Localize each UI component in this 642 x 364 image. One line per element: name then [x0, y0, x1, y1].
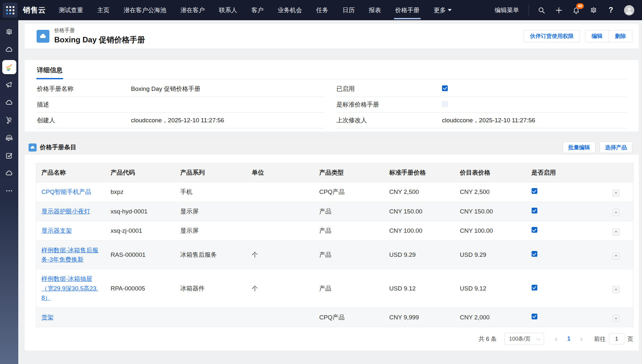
cell-unit	[247, 202, 314, 221]
cell-actions	[597, 221, 633, 241]
delete-button[interactable]: 删除	[609, 30, 632, 42]
checkbox-checked[interactable]	[442, 85, 448, 91]
product-link[interactable]: 显示器护眼小夜灯	[41, 208, 90, 215]
cell-actions	[597, 240, 633, 269]
sidebar-item[interactable]	[2, 42, 16, 56]
sidebar-item[interactable]	[2, 95, 16, 109]
edit-button[interactable]: 编辑	[585, 30, 609, 42]
nav-item[interactable]: 业务机会	[278, 0, 302, 20]
sidebar-item[interactable]	[2, 166, 16, 180]
row-actions-dropdown[interactable]	[612, 253, 620, 260]
nav-item[interactable]: 潜在客户公海池	[124, 0, 166, 20]
sales-cloud-icon	[5, 63, 13, 71]
check-square-icon	[5, 152, 13, 160]
nav-item[interactable]: 更多	[434, 0, 452, 20]
sidebar-item[interactable]	[2, 25, 16, 39]
enabled-checkbox[interactable]	[532, 285, 537, 290]
enabled-checkbox[interactable]	[532, 251, 537, 257]
cell-standard-price: CNY 100.00	[384, 221, 455, 241]
sidebar-item[interactable]	[2, 148, 16, 162]
main-content: 价格手册 Boxing Day 促销价格手册 伙伴订货使用权限 编辑 删除 详细…	[18, 20, 642, 364]
app-launcher-button[interactable]	[3, 3, 18, 18]
field-checkbox-value	[442, 101, 448, 108]
nav-item[interactable]: 主页	[97, 0, 109, 20]
cell-product-name: CPQ智能手机产品	[36, 182, 106, 202]
row-actions-dropdown[interactable]	[612, 209, 620, 216]
checkbox-unchecked[interactable]	[442, 101, 448, 107]
plus-icon[interactable]	[555, 6, 563, 14]
enabled-checkbox[interactable]	[532, 208, 537, 213]
table-row: 显示器护眼小夜灯xsq-hyd-0001显示屏产品CNY 150.00CNY 1…	[36, 202, 633, 221]
caret-down-icon	[615, 231, 617, 233]
enabled-checkbox[interactable]	[532, 188, 537, 194]
field-row: 价格手册名称Boxing Day 促销价格手册	[37, 81, 324, 97]
column-header: 是否启用	[526, 163, 597, 182]
help-icon[interactable]: ?	[607, 6, 615, 14]
cloud-icon	[5, 169, 13, 177]
sidebar-item[interactable]	[2, 113, 16, 127]
nav-item[interactable]: 测试查重	[59, 0, 83, 20]
prev-page-button[interactable]: ‹	[554, 335, 559, 343]
cell-product-name: 样例数据-冰箱售后服务-3年免费换新	[36, 240, 106, 269]
partner-permission-button[interactable]: 伙伴订货使用权限	[524, 30, 580, 42]
nav-item[interactable]: 联系人	[219, 0, 237, 20]
row-actions-dropdown[interactable]	[612, 190, 620, 197]
nav-item[interactable]: 日历	[343, 0, 355, 20]
ellipsis-icon	[5, 187, 13, 195]
field-value: Boxing Day 促销价格手册	[131, 85, 200, 93]
brand: 销售云	[23, 5, 46, 15]
related-list-title: 价格手册条目	[40, 143, 76, 152]
page-size-select[interactable]: 100条/页	[504, 333, 544, 345]
cell-product-code: xsq-hyd-0001	[106, 202, 175, 221]
field-row: 创建人cloudccone，2025-12-10 11:27:56	[37, 113, 324, 128]
enabled-checkbox[interactable]	[532, 314, 537, 319]
product-link[interactable]: 货架	[41, 314, 54, 321]
nav-item[interactable]: 报表	[369, 0, 381, 20]
edit-menu-button[interactable]: 编辑菜单	[495, 6, 519, 14]
row-actions-dropdown[interactable]	[612, 315, 620, 322]
caret-down-icon	[448, 9, 452, 11]
tab-details[interactable]: 详细信息	[37, 66, 63, 74]
product-link[interactable]: CPQ智能手机产品	[41, 188, 91, 195]
goto-page-input[interactable]	[609, 333, 624, 344]
nav-item[interactable]: 潜在客户	[180, 0, 205, 20]
megaphone-icon	[5, 81, 13, 89]
sidebar-item[interactable]	[2, 184, 16, 198]
product-link[interactable]: 样例数据-冰箱售后服务-3年免费换新	[41, 247, 98, 263]
product-link[interactable]: 显示器支架	[41, 227, 72, 234]
cell-standard-price: USD 9.12	[384, 269, 455, 308]
row-actions-dropdown[interactable]	[612, 229, 620, 236]
row-actions-dropdown[interactable]	[612, 286, 620, 293]
gear-icon[interactable]	[589, 6, 598, 14]
table-row: 货架CPQ产品CNY 9,999CNY 2,000	[36, 308, 633, 327]
bulk-edit-button[interactable]: 批量编辑	[563, 142, 595, 153]
nav-item[interactable]: 任务	[316, 0, 328, 20]
nav-item[interactable]: 客户	[251, 0, 264, 20]
cell-standard-price: CNY 2,500	[384, 182, 455, 202]
field-label: 上次修改人	[336, 116, 442, 125]
cell-list-price: USD 9.29	[455, 240, 526, 269]
cell-list-price: USD 9.12	[455, 269, 526, 308]
cell-product-type: 产品	[314, 269, 384, 308]
enabled-checkbox[interactable]	[532, 227, 537, 233]
cell-enabled	[526, 182, 597, 202]
field-label: 创建人	[37, 116, 131, 125]
cell-standard-price: CNY 9,999	[384, 308, 455, 327]
nav-item-active[interactable]: 价格手册	[395, 0, 420, 20]
sidebar-item[interactable]	[2, 60, 16, 74]
sidebar-item[interactable]	[2, 78, 16, 92]
cell-unit	[247, 182, 314, 202]
select-products-button[interactable]: 选择产品	[600, 142, 632, 153]
product-link[interactable]: 样例数据-冰箱抽屉（宽29.9深30.5高23.8）	[41, 275, 98, 301]
caret-down-icon	[615, 212, 617, 213]
next-page-button[interactable]: ›	[579, 335, 584, 343]
search-icon[interactable]	[537, 6, 546, 14]
bell-icon[interactable]: 40	[572, 6, 580, 14]
screen: 销售云 测试查重主页潜在客户公海池潜在客户联系人客户业务机会任务日历报表价格手册…	[0, 0, 642, 364]
avatar[interactable]	[624, 5, 634, 15]
current-page[interactable]: 1	[567, 335, 570, 342]
cell-product-type: CPQ产品	[314, 308, 384, 327]
notification-badge: 40	[576, 3, 584, 9]
cell-product-type: CPQ产品	[314, 182, 384, 202]
sidebar-item[interactable]	[2, 131, 16, 145]
